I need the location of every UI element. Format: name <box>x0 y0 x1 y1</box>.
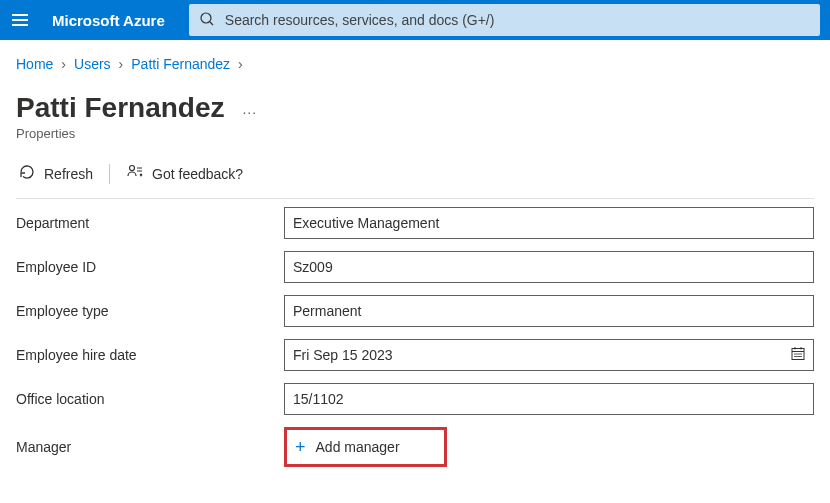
chevron-right-icon: › <box>119 56 124 72</box>
chevron-right-icon: › <box>238 56 243 72</box>
refresh-label: Refresh <box>44 166 93 182</box>
breadcrumb: Home › Users › Patti Fernandez › <box>16 56 814 72</box>
more-button[interactable]: ··· <box>242 104 257 120</box>
row-department: Department <box>16 207 814 239</box>
label-employee-type: Employee type <box>16 303 284 319</box>
input-employee-type[interactable] <box>284 295 814 327</box>
top-bar: Microsoft Azure <box>0 0 830 40</box>
row-hire-date: Employee hire date <box>16 339 814 371</box>
feedback-icon <box>126 163 144 184</box>
search-input[interactable] <box>225 12 810 28</box>
plus-icon: + <box>295 438 306 456</box>
row-employee-id: Employee ID <box>16 251 814 283</box>
search-icon <box>199 11 215 30</box>
input-office-location[interactable] <box>284 383 814 415</box>
divider <box>16 198 814 199</box>
label-employee-id: Employee ID <box>16 259 284 275</box>
breadcrumb-home[interactable]: Home <box>16 56 53 72</box>
calendar-icon[interactable] <box>790 346 806 365</box>
feedback-label: Got feedback? <box>152 166 243 182</box>
feedback-button[interactable]: Got feedback? <box>124 159 245 188</box>
label-manager: Manager <box>16 439 284 455</box>
label-office-location: Office location <box>16 391 284 407</box>
search-box[interactable] <box>189 4 820 36</box>
chevron-right-icon: › <box>61 56 66 72</box>
refresh-icon <box>18 163 36 184</box>
svg-line-1 <box>210 22 213 25</box>
hamburger-icon <box>12 14 28 26</box>
content: Home › Users › Patti Fernandez › Patti F… <box>0 40 830 467</box>
refresh-button[interactable]: Refresh <box>16 159 95 188</box>
row-office-location: Office location <box>16 383 814 415</box>
input-hire-date[interactable] <box>284 339 814 371</box>
svg-point-0 <box>201 13 211 23</box>
brand-label[interactable]: Microsoft Azure <box>40 12 189 29</box>
search-container <box>189 0 830 40</box>
label-department: Department <box>16 215 284 231</box>
row-manager: Manager + Add manager <box>16 427 814 467</box>
breadcrumb-users[interactable]: Users <box>74 56 111 72</box>
breadcrumb-user[interactable]: Patti Fernandez <box>131 56 230 72</box>
label-hire-date: Employee hire date <box>16 347 284 363</box>
add-manager-button[interactable]: + Add manager <box>291 434 404 460</box>
toolbar-separator <box>109 164 110 184</box>
input-department[interactable] <box>284 207 814 239</box>
add-manager-highlight: + Add manager <box>284 427 447 467</box>
svg-point-2 <box>130 166 135 171</box>
input-employee-id[interactable] <box>284 251 814 283</box>
page-title: Patti Fernandez <box>16 92 224 124</box>
add-manager-label: Add manager <box>316 439 400 455</box>
title-row: Patti Fernandez ··· <box>16 92 814 124</box>
hamburger-menu-button[interactable] <box>0 0 40 40</box>
toolbar: Refresh Got feedback? <box>16 159 814 198</box>
page-subtitle: Properties <box>16 126 814 141</box>
row-employee-type: Employee type <box>16 295 814 327</box>
